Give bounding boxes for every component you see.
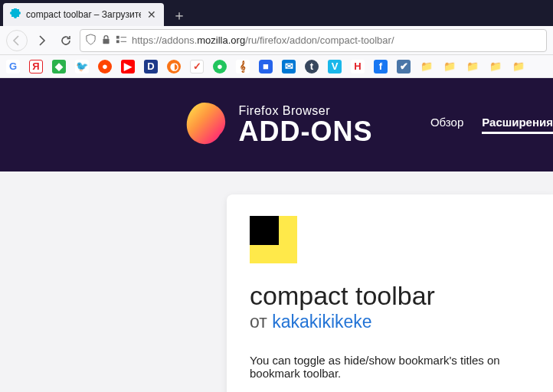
reload-button[interactable] (55, 30, 77, 51)
content-area: compact toolbar от kakakikikeke You can … (0, 172, 553, 392)
svg-rect-3 (116, 40, 119, 43)
bookmark-folder-4[interactable]: 📁 (489, 60, 502, 74)
bookmark-app-d[interactable]: D (144, 60, 158, 74)
svg-rect-0 (103, 38, 109, 44)
nav-extensions[interactable]: Расширения (482, 116, 553, 134)
bookmark-app-orange[interactable]: ◐ (167, 60, 181, 74)
bookmark-vk[interactable]: ✔ (397, 60, 411, 74)
addon-icon (250, 216, 297, 263)
tab-title: compact toolbar – Загрузите это (26, 9, 141, 20)
header-nav: Обзор Расширения (430, 116, 553, 134)
addon-author: от kakakikikeke (250, 312, 530, 332)
bookmarks-bar: GЯ◆🐦●▶D◐✓●𝄞■✉tVHf✔📁📁📁📁📁 (0, 55, 553, 78)
author-link[interactable]: kakakikikeke (272, 312, 371, 332)
bookmark-todoist[interactable]: ✓ (190, 60, 204, 74)
permissions-icon[interactable] (116, 34, 127, 47)
nav-toolbar: https://addons.mozilla.org/ru/firefox/ad… (0, 26, 553, 55)
bookmark-vimeo[interactable]: V (328, 60, 342, 74)
bookmark-outlook[interactable]: ✉ (282, 60, 296, 74)
bookmark-folder-5[interactable]: 📁 (512, 60, 525, 74)
close-icon[interactable]: ✕ (146, 8, 158, 21)
bookmark-folder-1[interactable]: 📁 (420, 60, 434, 74)
brand-line2: ADD-ONS (239, 118, 373, 145)
bookmark-facebook[interactable]: f (374, 60, 388, 74)
bookmark-app-green[interactable]: ● (213, 60, 227, 74)
nav-overview[interactable]: Обзор (430, 116, 463, 134)
firefox-logo-icon (181, 100, 228, 150)
lock-icon[interactable] (101, 34, 111, 47)
addon-title: compact toolbar (250, 282, 530, 310)
url-text: https://addons.mozilla.org/ru/firefox/ad… (132, 34, 394, 46)
shield-icon[interactable] (85, 34, 97, 47)
bookmark-app-bars[interactable]: 𝄞 (236, 60, 250, 74)
back-button[interactable] (6, 30, 28, 51)
site-header: Firefox Browser ADD-ONS Обзор Расширения (0, 78, 553, 172)
svg-rect-1 (116, 35, 119, 38)
url-bar[interactable]: https://addons.mozilla.org/ru/firefox/ad… (80, 29, 547, 52)
bookmark-folder-2[interactable]: 📁 (443, 60, 456, 74)
addon-description: You can toggle as hide/show bookmark's t… (250, 354, 530, 380)
new-tab-button[interactable]: ＋ (169, 5, 190, 26)
bookmark-yandex[interactable]: Я (29, 60, 43, 74)
brand[interactable]: Firefox Browser ADD-ONS (181, 100, 373, 150)
bookmark-reddit[interactable]: ● (98, 60, 112, 74)
bookmark-google[interactable]: G (6, 60, 20, 74)
tab-strip: compact toolbar – Загрузите это ✕ ＋ (0, 0, 553, 26)
bookmark-folder-3[interactable]: 📁 (466, 60, 479, 74)
puzzle-icon (9, 8, 21, 21)
bookmark-twitter[interactable]: 🐦 (75, 60, 89, 74)
bookmark-app-blue[interactable]: ■ (259, 60, 273, 74)
bookmark-feedly[interactable]: ◆ (52, 60, 66, 74)
bookmark-habr[interactable]: H (351, 60, 365, 74)
bookmark-youtube[interactable]: ▶ (121, 60, 135, 74)
browser-tab[interactable]: compact toolbar – Загрузите это ✕ (3, 3, 164, 26)
bookmark-tumblr[interactable]: t (305, 60, 319, 74)
forward-button[interactable] (31, 30, 52, 51)
addon-card: compact toolbar от kakakikikeke You can … (227, 194, 553, 392)
